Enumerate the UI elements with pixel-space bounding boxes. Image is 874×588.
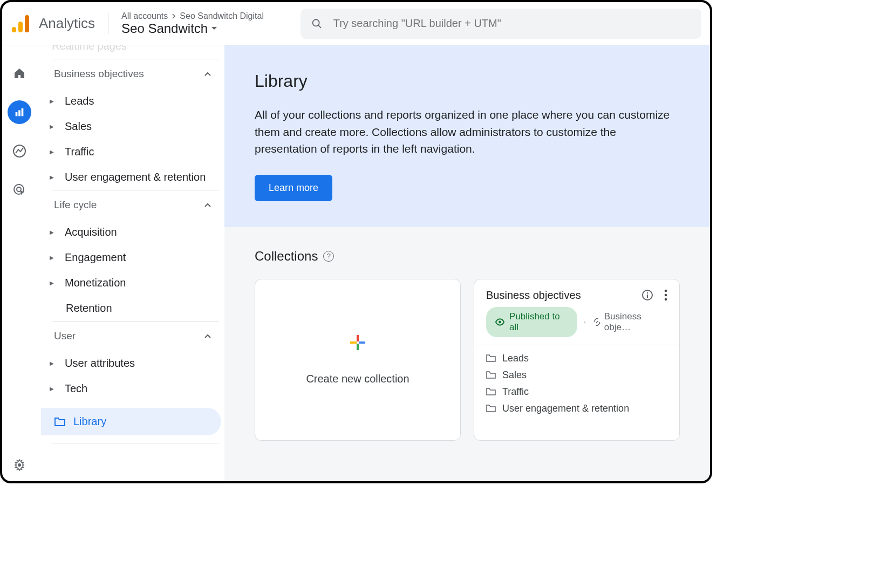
sidebar-item-engagement-retention[interactable]: ▶User engagement & retention [41,165,224,190]
rail-explore[interactable] [8,139,31,163]
svg-rect-1 [18,22,23,32]
sidebar-item-sales[interactable]: ▶Sales [41,114,224,139]
card-list: Leads Sales Traffic User engagement & re… [474,345,679,422]
sidebar-item-traffic[interactable]: ▶Traffic [41,139,224,165]
svg-point-22 [499,320,501,323]
section-title: Life cycle [54,199,97,211]
section-title: User [54,330,76,342]
home-icon [13,67,26,80]
sidebar-item-monetization[interactable]: ▶Monetization [41,270,224,296]
folder-icon [486,354,496,362]
list-item: Leads [486,353,667,364]
triangle-right-icon: ▶ [50,174,56,180]
sidebar-item-leads[interactable]: ▶Leads [41,88,224,114]
list-item: Traffic [486,386,667,398]
svg-line-4 [318,25,321,28]
section-user[interactable]: User [41,322,224,351]
sidebar: Realtime pages Business objectives ▶Lead… [37,45,224,481]
svg-rect-18 [647,295,648,298]
svg-rect-2 [25,15,29,32]
svg-rect-15 [350,341,357,344]
analytics-logo-icon [11,14,30,33]
svg-point-17 [647,292,648,293]
svg-point-20 [665,294,667,296]
property-name: Seo Sandwitch [121,21,208,36]
breadcrumb-root: All accounts [121,11,168,21]
svg-rect-7 [22,108,24,117]
main-content: Library All of your collections and repo… [224,45,710,481]
svg-point-3 [313,19,319,26]
collections-section: Collections ? Create new collection Busi… [224,227,710,462]
info-icon[interactable] [641,289,653,301]
svg-rect-0 [12,27,16,32]
svg-rect-5 [16,112,18,116]
more-vert-icon[interactable] [664,289,667,301]
sidebar-item-retention[interactable]: Retention [41,296,224,321]
create-collection-label: Create new collection [306,373,409,385]
triangle-right-icon: ▶ [50,124,56,129]
help-icon[interactable]: ? [323,251,334,262]
nav-rail [2,45,37,481]
triangle-right-icon: ▶ [50,229,56,235]
search-icon [311,18,323,30]
sidebar-item-acquisition[interactable]: ▶Acquisition [41,220,224,245]
svg-point-21 [665,298,667,300]
chevron-right-icon [171,13,176,19]
chevron-up-icon [204,333,211,339]
create-collection-card[interactable]: Create new collection [255,279,461,441]
page-title: Library [255,71,680,91]
section-business-objectives[interactable]: Business objectives [41,59,224,88]
eye-icon [495,318,505,326]
sidebar-item-tech[interactable]: ▶Tech [41,376,224,401]
caret-down-icon [211,26,217,31]
linked-collection: Business obje… [593,311,668,333]
plus-icon [349,334,366,351]
breadcrumb-leaf: Seo Sandwitch Digital [180,11,264,21]
section-title: Business objectives [54,68,144,80]
app-header: Analytics All accounts Seo Sandwitch Dig… [2,2,710,45]
target-click-icon [12,183,26,197]
library-label: Library [73,415,106,428]
list-item: Sales [486,370,667,381]
svg-point-19 [665,290,667,292]
sidebar-item-library[interactable]: Library [41,408,221,435]
collections-heading: Collections [255,249,318,264]
rail-home[interactable] [8,61,31,85]
search-box[interactable] [301,9,701,39]
divider [108,13,108,35]
rail-reports[interactable] [8,100,31,124]
explore-icon [12,144,26,158]
chevron-up-icon [204,202,211,208]
collection-card-business-objectives[interactable]: Business objectives Published to all · [474,279,680,441]
sidebar-item-realtime[interactable]: Realtime pages [41,45,224,59]
folder-icon [486,388,496,395]
status-badge: Published to all [486,307,577,337]
triangle-right-icon: ▶ [50,280,56,286]
folder-icon [54,417,66,427]
search-input[interactable] [333,17,691,30]
chevron-up-icon [204,71,211,77]
product-name: Analytics [39,15,95,32]
sidebar-item-engagement[interactable]: ▶Engagement [41,245,224,270]
hero-description: All of your collections and reports orga… [255,106,680,158]
svg-rect-12 [357,335,359,341]
triangle-right-icon: ▶ [50,255,56,261]
triangle-right-icon: ▶ [50,149,56,155]
divider [52,443,219,443]
section-life-cycle[interactable]: Life cycle [41,190,224,220]
rail-advertising[interactable] [8,178,31,202]
learn-more-button[interactable]: Learn more [255,175,332,201]
triangle-right-icon: ▶ [50,386,56,392]
rail-admin[interactable] [8,453,31,477]
folder-icon [486,371,496,379]
svg-rect-13 [359,341,365,344]
card-title: Business objectives [486,289,581,302]
sidebar-item-user-attributes[interactable]: ▶User attributes [41,351,224,376]
triangle-right-icon: ▶ [50,360,56,366]
account-selector[interactable]: All accounts Seo Sandwitch Digital Seo S… [121,11,264,36]
list-item: User engagement & retention [486,403,667,414]
folder-icon [486,405,496,412]
svg-point-11 [18,463,21,467]
bar-chart-icon [13,106,25,118]
triangle-right-icon: ▶ [50,98,56,104]
